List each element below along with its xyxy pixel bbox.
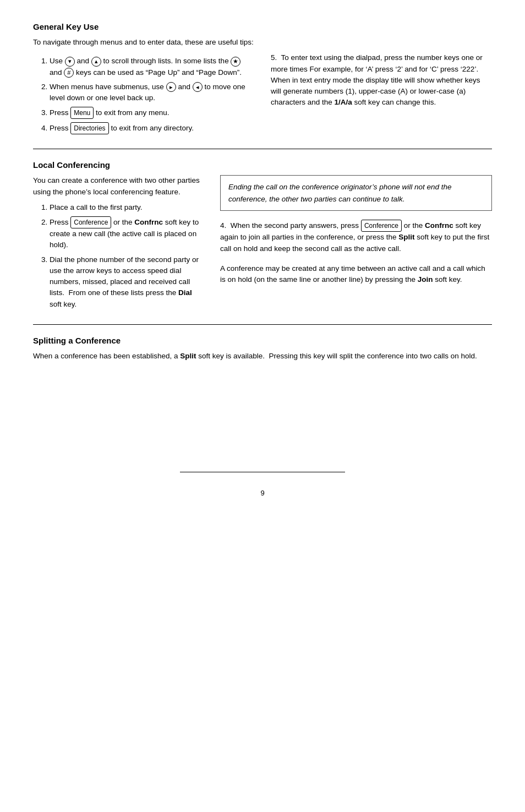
local-conf-right: Ending the call on the conference origin… [204,175,492,313]
general-key-use-title: General Key Use [33,22,492,31]
directories-key: Directories [70,122,108,134]
page-footer: 9 [33,489,492,497]
dial-softkey: Dial [178,288,192,297]
join-softkey: Join [418,275,433,284]
confrnc-softkey-2: Confrnc [425,221,453,230]
menu-key: Menu [70,107,94,119]
local-conferencing-title: Local Conferencing [33,160,492,170]
note-box: Ending the call on the conference origin… [220,175,492,211]
splitting-body: When a conference has been established, … [33,351,492,362]
local-conf-item4: 4. When the second party answers, press … [220,220,492,254]
hash-key-icon: # [64,68,74,78]
star-key-icon: ★ [231,57,240,67]
list-item: Dial the phone number of the second part… [50,254,204,310]
page-number: 9 [260,489,264,497]
right-arrow-icon: ▸ [166,82,176,92]
conference-key-1: Conference [70,216,111,228]
divider-2 [33,324,492,325]
local-conf-intro: You can create a conference with two oth… [33,175,204,198]
list-item: Use ▾ and ▴ to scroll through lists. In … [50,56,254,78]
list-item: When menus have submenus, use ▸ and ◂ to… [50,81,254,104]
left-arrow-icon: ◂ [193,82,203,92]
general-key-use-right: 5. To enter text using the dialpad, pres… [271,52,492,138]
divider-1 [33,149,492,149]
softkey-1aa: 1/A/a [335,98,352,106]
down-arrow-icon: ▾ [65,57,75,67]
local-conf-layout: You can create a conference with two oth… [33,175,492,313]
split-softkey-1: Split [398,233,414,241]
general-key-use-item5: 5. To enter text using the dialpad, pres… [271,52,492,108]
list-item: Press Conference or the Confrnc soft key… [50,216,204,251]
splitting-title: Splitting a Conference [33,336,492,345]
general-key-use-columns: Use ▾ and ▴ to scroll through lists. In … [33,52,492,138]
list-item: Press Directories to exit from any direc… [50,122,254,134]
local-conf-bottom: A conference may be created at any time … [220,263,492,286]
general-key-use-list: Use ▾ and ▴ to scroll through lists. In … [50,56,254,134]
confrnc-softkey-1: Confrnc [134,218,163,226]
general-key-use-left: Use ▾ and ▴ to scroll through lists. In … [33,52,254,138]
general-key-use-intro: To navigate through menus and to enter d… [33,37,492,48]
up-arrow-icon: ▴ [91,57,101,67]
splitting-section: Splitting a Conference When a conference… [33,336,492,362]
divider-3 [180,472,345,472]
conference-key-2: Conference [361,220,402,232]
split-softkey-2: Split [180,352,196,360]
local-conf-list: Place a call to the first party. Press C… [50,202,204,310]
list-item: Press Menu to exit from any menu. [50,107,254,119]
local-conf-left: You can create a conference with two oth… [33,175,204,313]
list-item: Place a call to the first party. [50,202,204,213]
local-conferencing-section: Local Conferencing You can create a conf… [33,160,492,313]
general-key-use-section: General Key Use To navigate through menu… [33,22,492,138]
